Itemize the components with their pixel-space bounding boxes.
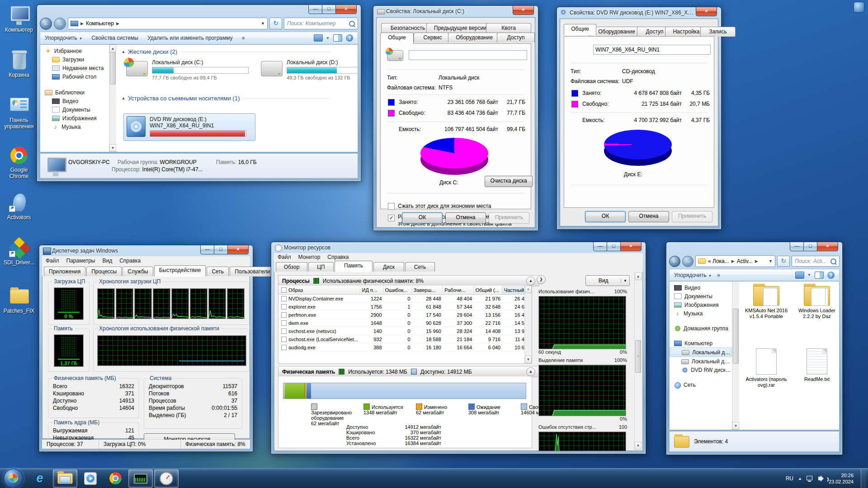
tab-general[interactable]: Общие xyxy=(564,24,596,35)
menu-help[interactable]: Справка xyxy=(324,254,352,260)
maximize-button[interactable]: □ xyxy=(214,245,228,254)
file-item[interactable]: KMSAuto Net 2016 v1.5.4 Portable xyxy=(743,286,790,319)
sidebar-item-pictures[interactable]: Изображения xyxy=(670,300,732,309)
tab-users[interactable]: Пользователи xyxy=(230,267,275,277)
language-indicator[interactable]: RU xyxy=(786,475,793,482)
sidebar-item-network[interactable]: Сеть xyxy=(670,380,732,389)
sidebar-scrollbar[interactable]: ▲ ▼ xyxy=(109,45,116,152)
tab-services[interactable]: Службы xyxy=(123,267,153,277)
disk-cleanup-button[interactable]: Очистка диска xyxy=(485,176,533,187)
breadcrumb[interactable]: Activ... xyxy=(737,258,753,264)
index-checkbox[interactable]: ✓ xyxy=(388,215,395,221)
expand-chevron-icon[interactable]: ❯ xyxy=(537,275,546,284)
tab-memory[interactable]: Память xyxy=(335,261,373,272)
collapse-chevron-icon[interactable]: ▲ xyxy=(526,367,535,376)
memory-section-header[interactable]: Физическая память Используется: 1348 МБ … xyxy=(278,366,539,377)
sidebar-item-video[interactable]: Видео xyxy=(670,283,732,292)
preview-pane-button[interactable] xyxy=(333,34,342,42)
organize-menu[interactable]: Упорядочить▼ xyxy=(674,272,712,278)
minimize-button[interactable]: — xyxy=(200,245,214,254)
toolbar-more-button[interactable]: » xyxy=(717,272,720,278)
uninstall-program-button[interactable]: Удалить или изменить программу xyxy=(147,35,233,41)
desktop-icon-recycle-bin[interactable]: Корзина xyxy=(0,51,38,78)
back-button[interactable]: ← xyxy=(40,18,52,30)
apply-button[interactable]: Применить xyxy=(489,212,529,224)
menu-file[interactable]: Файл xyxy=(274,254,295,260)
table-row[interactable]: explorer.exe 17561 61 84857 344 32 64824… xyxy=(278,303,532,311)
forward-button[interactable]: → xyxy=(54,18,66,30)
sidebar-item-favorites[interactable]: ★Избранное xyxy=(40,47,109,55)
collapse-chevron-icon[interactable]: ▲ xyxy=(526,277,535,286)
help-icon[interactable]: ? xyxy=(827,272,835,279)
close-button[interactable]: × xyxy=(696,7,717,16)
tab-hardware[interactable]: Оборудование xyxy=(589,27,644,37)
close-button[interactable]: × xyxy=(513,5,534,15)
close-button[interactable]: × xyxy=(227,245,249,254)
table-header[interactable]: Образ ИД п... Ошибок... Заверш... Рабочи… xyxy=(278,286,532,295)
desktop-icon-sdi-driver[interactable]: SDI_Driver... xyxy=(0,238,38,266)
tab-hardware[interactable]: Оборудование xyxy=(448,33,500,42)
close-button[interactable]: × xyxy=(817,242,838,251)
panel-scrollbar[interactable]: ▲ ≡ ▼ xyxy=(634,272,642,450)
taskbar-item-explorer[interactable] xyxy=(53,469,77,488)
search-input[interactable]: Поиск: Acti... xyxy=(792,256,840,267)
desktop-icon-chrome[interactable]: Google Chrome xyxy=(0,145,38,179)
change-view-button[interactable]: ▼ xyxy=(795,272,811,279)
network-icon[interactable] xyxy=(807,476,814,481)
tab-disk[interactable]: Диск xyxy=(373,262,404,272)
search-input[interactable]: Поиск: Компьютер xyxy=(284,18,358,29)
sidebar-item-documents[interactable]: Документы xyxy=(670,292,732,300)
preview-pane-button[interactable] xyxy=(815,272,824,279)
tab-network[interactable]: Сеть xyxy=(405,262,435,272)
table-scrollbar[interactable]: ≡ ▼ xyxy=(524,286,532,363)
dvd-drive-tile[interactable]: DVD RW дисковод (E:) WIN7_X86_X64_RU_9IN… xyxy=(123,113,255,141)
menu-options[interactable]: Параметры xyxy=(63,258,99,264)
menu-view[interactable]: Вид xyxy=(99,258,116,264)
sidebar-item-local-disk-c[interactable]: Локальный диск xyxy=(670,347,732,357)
tab-applications[interactable]: Приложения xyxy=(44,267,85,277)
change-view-button[interactable]: ▼ xyxy=(314,34,330,42)
apply-button[interactable]: Применить xyxy=(672,211,712,222)
start-button[interactable] xyxy=(4,469,24,488)
sidebar-item-music[interactable]: ♪Музыка xyxy=(670,309,732,318)
file-item[interactable]: Activators (пароль ovg).rar xyxy=(743,348,790,388)
menu-monitor[interactable]: Монитор xyxy=(295,254,324,260)
taskbar-item-media-player[interactable] xyxy=(79,470,102,487)
group-header-removable[interactable]: ▲Устройства со съемными носителями (1) xyxy=(122,95,358,102)
show-desktop-button[interactable] xyxy=(861,469,866,488)
table-row[interactable]: dwm.exe 16480 90 62837 300 22 71614 584 xyxy=(278,319,532,327)
desktop-icon-activators[interactable]: Activators xyxy=(0,193,38,221)
address-bar[interactable]: « Лока... ▶ Activ... ▶ ▼ xyxy=(695,255,775,267)
table-row[interactable]: svchost.exe (netsvcs) 1400 15 96028 324 … xyxy=(278,327,532,335)
toolbar-more-button[interactable]: » xyxy=(242,35,245,41)
volume-label-input[interactable] xyxy=(409,50,527,60)
sidebar-scrollbar[interactable]: ▼ xyxy=(732,282,739,430)
tab-service[interactable]: Сервис xyxy=(414,33,452,42)
scroll-down-icon[interactable]: ▼ xyxy=(635,442,642,450)
address-dropdown-icon[interactable]: ▼ xyxy=(261,21,265,26)
tab-recording[interactable]: Запись xyxy=(700,27,736,37)
view-dropdown[interactable]: Вид ▼ xyxy=(585,275,630,286)
tab-sharing[interactable]: Доступ xyxy=(497,33,535,42)
organize-menu[interactable]: Упорядочить▼ xyxy=(45,35,82,41)
close-button[interactable]: × xyxy=(335,5,357,14)
breadcrumb[interactable]: « Лока... xyxy=(708,258,729,264)
sidebar-item-music[interactable]: ♪Музыка xyxy=(40,122,109,131)
sidebar-item-desktop[interactable]: Рабочий стол xyxy=(40,72,109,81)
tab-performance[interactable]: Быстродействие xyxy=(154,265,206,277)
sidebar-item-downloads[interactable]: Загрузки xyxy=(40,55,109,64)
file-item[interactable]: Windows Loader 2.2.2 by Daz xyxy=(793,286,840,319)
desktop-icon-control-panel[interactable]: Панель управления xyxy=(0,96,38,130)
taskbar-item-chrome[interactable] xyxy=(104,470,127,487)
volume-icon[interactable] xyxy=(818,477,821,480)
back-button[interactable]: ← xyxy=(669,256,680,267)
refresh-button[interactable]: ↻ xyxy=(777,256,790,267)
sidebar-item-recent[interactable]: Недавние места xyxy=(40,64,109,72)
sidebar-item-local-disk-d[interactable]: Локальный диск xyxy=(670,357,732,366)
drive-d-tile[interactable]: Локальный диск (D:) 49,3 ГБ свободно из … xyxy=(261,59,358,80)
volume-label-input[interactable] xyxy=(593,45,711,55)
minimize-button[interactable]: — xyxy=(790,242,804,251)
hidden-icons-button[interactable]: ▲ xyxy=(798,476,802,481)
taskbar-item-internet-explorer[interactable]: e xyxy=(28,470,52,487)
tab-network[interactable]: Сеть xyxy=(207,267,229,277)
